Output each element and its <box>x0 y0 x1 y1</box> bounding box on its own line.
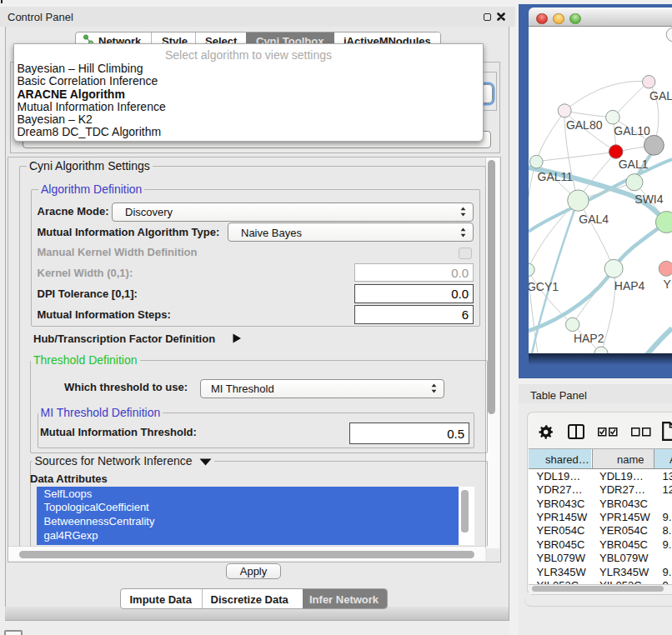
svg-text:SWI4: SWI4 <box>634 192 663 206</box>
svg-text:GAL10: GAL10 <box>614 124 650 138</box>
svg-text:Y: Y <box>664 278 672 291</box>
svg-text:HAP2: HAP2 <box>574 332 604 345</box>
svg-text:GAL1: GAL1 <box>619 158 649 171</box>
svg-text:GAL8: GAL8 <box>649 89 672 102</box>
svg-text:GAL11: GAL11 <box>538 170 574 183</box>
svg-text:GAL4: GAL4 <box>579 212 609 226</box>
svg-text:GCY1: GCY1 <box>529 280 559 293</box>
svg-text:HAP4: HAP4 <box>614 279 645 292</box>
svg-text:GAL80: GAL80 <box>566 118 603 132</box>
